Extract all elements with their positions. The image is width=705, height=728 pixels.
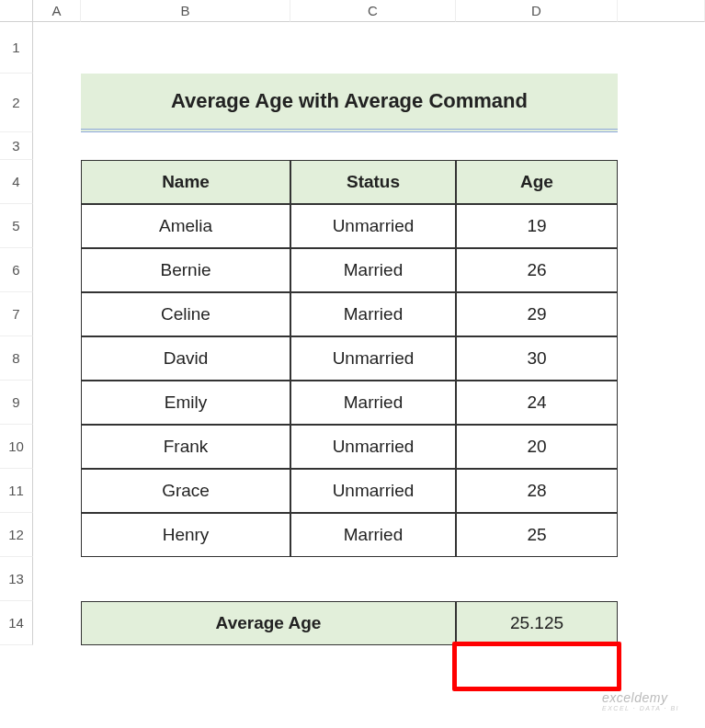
row-header-3[interactable]: 3 xyxy=(0,132,33,160)
cell-blank[interactable] xyxy=(33,601,81,645)
spreadsheet-grid: A B C D 1 2 Average Age with Average Com… xyxy=(0,0,705,645)
cell-blank[interactable] xyxy=(618,204,705,248)
row-header-11[interactable]: 11 xyxy=(0,469,33,513)
cell-age[interactable]: 20 xyxy=(456,425,618,469)
cell-blank[interactable] xyxy=(33,469,81,513)
cell-age[interactable]: 25 xyxy=(456,513,618,557)
header-name[interactable]: Name xyxy=(81,160,290,204)
title-cell[interactable]: Average Age with Average Command xyxy=(81,74,618,132)
highlight-box xyxy=(452,642,621,691)
row-header-9[interactable]: 9 xyxy=(0,381,33,425)
header-status[interactable]: Status xyxy=(290,160,456,204)
cell-name[interactable]: Henry xyxy=(81,513,290,557)
cell-age[interactable]: 29 xyxy=(456,292,618,336)
cell-age[interactable]: 28 xyxy=(456,469,618,513)
row-header-10[interactable]: 10 xyxy=(0,425,33,469)
cell-blank[interactable] xyxy=(33,248,81,292)
cell-name[interactable]: Bernie xyxy=(81,248,290,292)
corner-cell xyxy=(0,0,33,22)
header-age[interactable]: Age xyxy=(456,160,618,204)
cell-name[interactable]: Celine xyxy=(81,292,290,336)
cell-age[interactable]: 19 xyxy=(456,204,618,248)
cell-status[interactable]: Married xyxy=(290,248,456,292)
cell-blank[interactable] xyxy=(618,74,705,132)
cell-blank[interactable] xyxy=(618,160,705,204)
row-header-6[interactable]: 6 xyxy=(0,248,33,292)
cell-status[interactable]: Unmarried xyxy=(290,425,456,469)
cell-blank[interactable] xyxy=(618,469,705,513)
row-header-13[interactable]: 13 xyxy=(0,557,33,601)
cell-status[interactable]: Unmarried xyxy=(290,336,456,381)
cell-blank[interactable] xyxy=(33,425,81,469)
watermark: exceldemy EXCEL · DATA · BI xyxy=(602,690,679,711)
cell-name[interactable]: David xyxy=(81,336,290,381)
cell-name[interactable]: Grace xyxy=(81,469,290,513)
row-header-2[interactable]: 2 xyxy=(0,74,33,132)
row-header-14[interactable]: 14 xyxy=(0,601,33,645)
cell-blank[interactable] xyxy=(33,513,81,557)
cell-status[interactable]: Unmarried xyxy=(290,204,456,248)
cell-status[interactable]: Married xyxy=(290,381,456,425)
cell-blank[interactable] xyxy=(33,292,81,336)
cell-blank[interactable] xyxy=(33,22,705,74)
cell-status[interactable]: Unmarried xyxy=(290,469,456,513)
col-header-a[interactable]: A xyxy=(33,0,81,22)
cell-blank[interactable] xyxy=(33,336,81,381)
watermark-main: exceldemy xyxy=(602,690,667,705)
cell-a4[interactable] xyxy=(33,160,81,204)
col-header-d[interactable]: D xyxy=(456,0,618,22)
row-header-5[interactable]: 5 xyxy=(0,204,33,248)
cell-a2[interactable] xyxy=(33,74,81,132)
row-header-4[interactable]: 4 xyxy=(0,160,33,204)
row-header-1[interactable]: 1 xyxy=(0,22,33,74)
row-header-12[interactable]: 12 xyxy=(0,513,33,557)
cell-blank[interactable] xyxy=(618,425,705,469)
cell-blank[interactable] xyxy=(618,336,705,381)
cell-age[interactable]: 24 xyxy=(456,381,618,425)
cell-age[interactable]: 30 xyxy=(456,336,618,381)
cell-blank[interactable] xyxy=(618,248,705,292)
cell-blank[interactable] xyxy=(618,381,705,425)
cell-status[interactable]: Married xyxy=(290,513,456,557)
cell-blank[interactable] xyxy=(618,513,705,557)
cell-blank[interactable] xyxy=(33,381,81,425)
cell-name[interactable]: Frank xyxy=(81,425,290,469)
cell-name[interactable]: Amelia xyxy=(81,204,290,248)
average-value[interactable]: 25.125 xyxy=(456,601,618,645)
cell-blank[interactable] xyxy=(33,557,705,601)
cell-age[interactable]: 26 xyxy=(456,248,618,292)
cell-blank[interactable] xyxy=(33,132,705,160)
col-header-blank xyxy=(618,0,705,22)
cell-name[interactable]: Emily xyxy=(81,381,290,425)
cell-status[interactable]: Married xyxy=(290,292,456,336)
col-header-b[interactable]: B xyxy=(81,0,290,22)
average-label[interactable]: Average Age xyxy=(81,601,456,645)
watermark-sub: EXCEL · DATA · BI xyxy=(602,705,679,711)
cell-blank[interactable] xyxy=(618,292,705,336)
row-header-8[interactable]: 8 xyxy=(0,336,33,381)
cell-blank[interactable] xyxy=(33,204,81,248)
col-header-c[interactable]: C xyxy=(290,0,456,22)
cell-blank[interactable] xyxy=(618,601,705,645)
row-header-7[interactable]: 7 xyxy=(0,292,33,336)
